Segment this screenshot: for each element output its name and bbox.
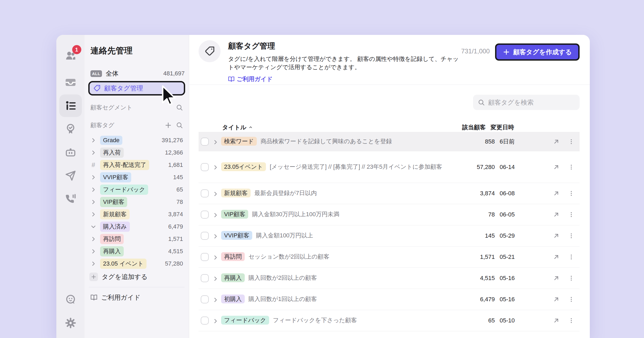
sidebar-tag-row[interactable]: Grade 391,276	[88, 134, 185, 146]
row-checkbox[interactable]	[201, 189, 209, 197]
tag-chip[interactable]: VVIP顧客	[221, 231, 252, 240]
tag-chip[interactable]: VIP顧客	[221, 210, 248, 219]
chevron-right-icon[interactable]	[213, 273, 219, 284]
sidebar-tag-row[interactable]: VIP顧客 78	[88, 196, 185, 208]
tag-chip[interactable]: 再訪問	[221, 252, 245, 261]
tag-chip[interactable]: 新規顧客	[100, 209, 130, 219]
chevron-right-icon[interactable]	[213, 137, 219, 147]
rail-item-bot[interactable]	[59, 141, 82, 164]
tag-chip[interactable]: 再購入	[221, 273, 245, 282]
chevron-right-icon[interactable]	[90, 137, 97, 143]
chevron-right-icon[interactable]	[213, 231, 219, 241]
row-checkbox[interactable]	[201, 211, 209, 219]
tag-chip[interactable]: フィードバック	[100, 185, 148, 195]
table-row[interactable]: 再訪問セッション数が2回以上の顧客 1,571 05-21	[199, 247, 580, 268]
chevron-right-icon[interactable]	[90, 187, 97, 193]
chevron-right-icon[interactable]	[213, 294, 219, 305]
sidebar-tag-row[interactable]: 再訪問 1,571	[88, 233, 185, 245]
sidebar-tag-row[interactable]: 再入荷 12,366	[88, 146, 185, 159]
tag-chip[interactable]: 初購入	[221, 295, 245, 303]
tag-chip[interactable]: VIP顧客	[100, 197, 127, 207]
chevron-right-icon[interactable]	[90, 174, 97, 180]
sidebar-tag-row[interactable]: # 再入荷-配送完了 1,681	[88, 159, 185, 171]
open-arrow-icon[interactable]	[552, 232, 560, 240]
tag-chip[interactable]: VVIP顧客	[100, 172, 131, 182]
chevron-right-icon[interactable]	[213, 252, 219, 263]
chevron-right-icon[interactable]	[213, 210, 219, 220]
row-checkbox[interactable]	[201, 317, 209, 325]
table-row[interactable]: 新規顧客最新会員登録が7日以内 3,874 06-08	[199, 183, 580, 204]
sidebar-tag-row[interactable]: VVIP顧客 145	[88, 171, 185, 183]
sidebar-item-all[interactable]: ALL 全体 481,697	[90, 68, 185, 79]
tag-chip[interactable]: 検索ワード	[221, 137, 257, 146]
kebab-menu-icon[interactable]	[567, 317, 575, 325]
open-arrow-icon[interactable]	[552, 189, 560, 197]
row-checkbox[interactable]	[201, 274, 209, 282]
chevron-right-icon[interactable]	[213, 315, 219, 326]
row-checkbox[interactable]	[201, 253, 209, 261]
add-tag-button[interactable]: タグを追加する	[89, 270, 185, 283]
column-title[interactable]: タイトル	[222, 123, 453, 131]
row-checkbox[interactable]	[201, 138, 209, 146]
kebab-menu-icon[interactable]	[567, 295, 575, 303]
tag-chip[interactable]: 再訪問	[100, 234, 124, 244]
open-arrow-icon[interactable]	[552, 211, 560, 219]
table-row[interactable]: 検索ワード商品検索ワードを記録して興味のあることを登録 858 6日前	[199, 132, 580, 151]
open-arrow-icon[interactable]	[552, 274, 560, 282]
tag-chip[interactable]: 購入済み	[100, 222, 130, 232]
row-checkbox[interactable]	[201, 163, 209, 171]
kebab-menu-icon[interactable]	[567, 189, 575, 197]
open-arrow-icon[interactable]	[552, 138, 560, 146]
search-icon[interactable]	[176, 104, 183, 111]
chevron-right-icon[interactable]	[90, 211, 97, 217]
chevron-right-icon[interactable]	[213, 188, 219, 199]
open-arrow-icon[interactable]	[552, 317, 560, 325]
rail-item-settings[interactable]	[59, 312, 82, 334]
tag-chip[interactable]: 再入荷-配送完了	[100, 160, 149, 170]
add-icon[interactable]	[165, 122, 172, 129]
search-icon[interactable]	[176, 122, 183, 129]
table-row[interactable]: 再購入購入回数が2回以上の顧客 4,515 05-16	[199, 268, 580, 289]
rail-item-support[interactable]	[59, 288, 82, 311]
chevron-right-icon[interactable]	[90, 248, 97, 254]
sidebar-tag-row[interactable]: フィードバック 65	[88, 183, 185, 196]
rail-item-campaign[interactable]	[59, 164, 82, 187]
open-arrow-icon[interactable]	[552, 295, 560, 303]
tag-chip[interactable]: 新規顧客	[221, 189, 251, 197]
sidebar-tag-row[interactable]: 新規顧客 3,874	[88, 208, 185, 221]
sidebar-item-tag-management[interactable]: 顧客タグ管理	[88, 81, 185, 95]
open-arrow-icon[interactable]	[552, 163, 560, 171]
sidebar-guide-link[interactable]: ご利用ガイド	[88, 291, 185, 304]
chevron-right-icon[interactable]	[90, 261, 97, 267]
rail-item-badge-check[interactable]	[59, 118, 82, 140]
chevron-right-icon[interactable]	[90, 199, 97, 205]
kebab-menu-icon[interactable]	[567, 163, 575, 171]
rail-item-inbox[interactable]	[59, 71, 82, 94]
open-arrow-icon[interactable]	[552, 253, 560, 261]
sidebar-tag-row[interactable]: 購入済み 6,479	[88, 221, 185, 233]
create-tag-button[interactable]: 顧客タグを作成する	[495, 43, 580, 61]
rail-item-call[interactable]	[59, 188, 82, 210]
guide-link[interactable]: ご利用ガイド	[228, 75, 273, 83]
tag-chip[interactable]: 23.05 イベント	[100, 259, 147, 269]
chevron-down-icon[interactable]	[90, 224, 97, 230]
tag-chip[interactable]: 再購入	[100, 246, 124, 256]
table-row[interactable]: VVIP顧客購入金額100万円以上 145 05-29	[199, 225, 580, 247]
kebab-menu-icon[interactable]	[567, 253, 575, 261]
kebab-menu-icon[interactable]	[567, 138, 575, 146]
sidebar-tag-row[interactable]: 23.05 イベント 57,280	[88, 258, 185, 270]
table-row[interactable]: フィードバックフィードバックを下さった顧客 65 05-10	[199, 310, 580, 331]
tag-chip[interactable]: 23.05イベント	[221, 162, 266, 171]
row-checkbox[interactable]	[201, 295, 209, 303]
sidebar-tag-row[interactable]: 再購入 4,515	[88, 245, 185, 258]
rail-item-contacts[interactable]	[59, 94, 82, 117]
kebab-menu-icon[interactable]	[567, 211, 575, 219]
chevron-right-icon[interactable]	[90, 236, 97, 242]
chevron-right-icon[interactable]	[90, 150, 97, 156]
tag-chip[interactable]: フィードバック	[221, 316, 269, 325]
table-row[interactable]: 初購入購入回数が1回以上の顧客 6,479 05-16	[199, 289, 580, 310]
row-checkbox[interactable]	[201, 232, 209, 240]
kebab-menu-icon[interactable]	[567, 232, 575, 240]
chevron-right-icon[interactable]	[213, 162, 219, 172]
table-row[interactable]: VIP顧客購入金額30万円以上100万円未満 78 06-05	[199, 204, 580, 225]
